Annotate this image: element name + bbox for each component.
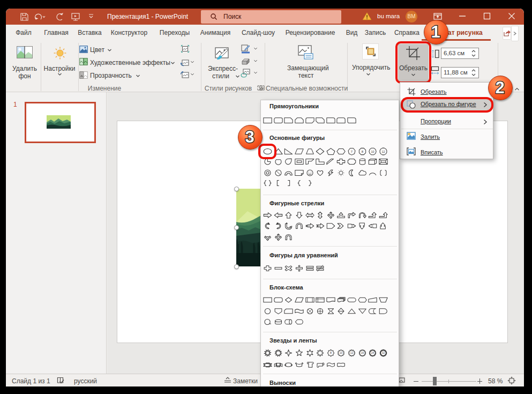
svg-text:1: 1 bbox=[431, 23, 440, 41]
svg-text:2: 2 bbox=[495, 78, 504, 97]
svg-text:3: 3 bbox=[245, 128, 254, 146]
